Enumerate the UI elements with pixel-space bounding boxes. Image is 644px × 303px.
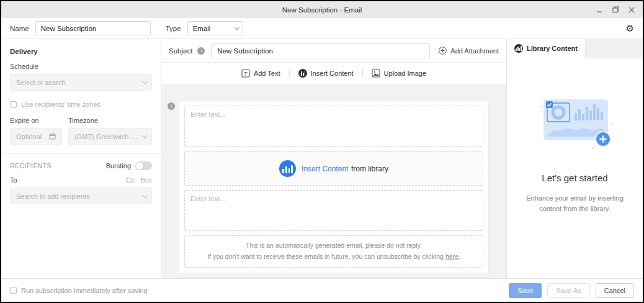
tab-library-content[interactable]: Library Content [507, 39, 586, 58]
subject-info-icon[interactable]: i [197, 47, 205, 55]
image-icon [372, 69, 380, 78]
delivery-heading: Delivery [10, 48, 152, 55]
recipients-select[interactable]: Search to add recipients [10, 188, 152, 204]
library-empty-title: Let's get started [542, 173, 607, 183]
bcc-link[interactable]: Bcc [141, 176, 152, 184]
library-chart-icon [514, 44, 523, 53]
email-body-canvas: i Enter text... Insert Content from libr… [161, 84, 506, 278]
run-immediately-checkbox[interactable] [10, 287, 17, 294]
timezone-label: Timezone [68, 117, 152, 124]
close-icon[interactable] [628, 6, 635, 14]
cc-link[interactable]: Cc [126, 176, 134, 184]
timezone-select[interactable]: (GMT) Greenwich Mean Time,... [68, 128, 152, 145]
insert-content-suffix: from library [351, 165, 388, 173]
expire-on-label: Expire on [10, 117, 62, 124]
window-title: New Subscription - Email [1, 6, 643, 14]
subject-label: Subject [169, 47, 192, 55]
unsubscribe-here-link[interactable]: here [445, 253, 458, 260]
bursting-toggle[interactable] [135, 161, 152, 170]
text-block-top[interactable]: Enter text... [184, 106, 483, 147]
name-label: Name [10, 25, 29, 32]
body-info-icon[interactable]: i [168, 102, 175, 110]
text-icon: T [241, 69, 250, 78]
recipients-placeholder: Search to add recipients [16, 192, 90, 200]
add-attachment-button[interactable]: Add Attachment [439, 47, 499, 55]
window-controls [596, 6, 643, 14]
insert-content-link[interactable]: Insert Content [302, 165, 348, 173]
expire-on-input[interactable]: Optional [10, 128, 62, 145]
chevron-down-icon [142, 79, 147, 84]
insert-content-label: Insert Content [311, 70, 354, 77]
text-block-bottom[interactable]: Enter text... [184, 190, 483, 231]
bursting-label: Bursting [106, 162, 131, 170]
library-tabbar: Library Content [507, 39, 643, 58]
type-select-value: Email [193, 25, 211, 32]
to-label: To [10, 176, 17, 184]
add-text-label: Add Text [254, 70, 280, 77]
recipients-header-row: RECIPIENTS Bursting [10, 161, 152, 170]
name-input[interactable] [35, 21, 151, 35]
chevron-down-icon [142, 133, 147, 138]
footer-line1: This is an automatically generated email… [246, 240, 422, 251]
chevron-down-icon [142, 192, 147, 197]
use-recipients-timezones-row: Use recipients' time zones [10, 101, 152, 108]
subscription-dialog: New Subscription - Email Name Type Email… [0, 0, 644, 303]
recipients-heading: RECIPIENTS [10, 162, 51, 170]
run-immediately-row: Run subscription immediately after savin… [10, 287, 148, 294]
cancel-button[interactable]: Cancel [596, 283, 634, 298]
sidebar-divider [1, 153, 161, 154]
dashboard-illustration [532, 93, 618, 153]
calendar-icon [49, 133, 56, 140]
schedule-placeholder: Select or search [16, 79, 65, 86]
titlebar: New Subscription - Email [1, 1, 643, 18]
plus-circle-icon [439, 47, 447, 55]
add-attachment-label: Add Attachment [450, 47, 499, 55]
library-panel: Library Content [506, 39, 643, 278]
toggle-knob [136, 162, 143, 170]
expire-timezone-row: Expire on Optional Timezone (GMT) Greenw… [10, 117, 152, 145]
email-template-card: Enter text... Insert Content from librar… [179, 100, 489, 273]
timezone-value: (GMT) Greenwich Mean Time,... [74, 133, 140, 140]
minimize-icon[interactable] [596, 6, 603, 14]
editor-toolbar: T Add Text Insert Content Upload Image [161, 63, 506, 84]
header-row: Name Type Email ⚙ [1, 18, 643, 39]
library-empty-state: Let's get started Enhance your email by … [507, 58, 643, 278]
chevron-down-icon [234, 25, 239, 30]
main-area: Delivery Schedule Select or search Use r… [1, 39, 643, 278]
add-text-button[interactable]: T Add Text [233, 69, 289, 78]
type-label: Type [166, 25, 181, 32]
restore-icon[interactable] [612, 6, 619, 14]
upload-image-button[interactable]: Upload Image [363, 69, 436, 78]
footer-bar: Run subscription immediately after savin… [1, 278, 643, 302]
schedule-label: Schedule [10, 63, 152, 70]
svg-text:T: T [244, 71, 248, 77]
to-row: To Cc Bcc [10, 176, 152, 184]
library-chart-icon [279, 160, 296, 177]
footer-line2: If you don't want to receive these email… [207, 251, 460, 263]
schedule-select[interactable]: Select or search [10, 74, 152, 91]
gear-icon[interactable]: ⚙ [626, 24, 634, 33]
insert-content-block[interactable]: Insert Content from library [184, 151, 483, 186]
subject-input[interactable] [211, 43, 430, 58]
email-editor: Subject i Add Attachment T Add Text Inse… [161, 39, 506, 278]
library-tab-label: Library Content [527, 45, 578, 52]
delivery-sidebar: Delivery Schedule Select or search Use r… [1, 39, 161, 278]
type-select[interactable]: Email [187, 21, 243, 35]
use-recipients-timezones-label: Use recipients' time zones [21, 101, 101, 108]
library-chart-icon [298, 69, 307, 78]
insert-content-button[interactable]: Insert Content [290, 69, 362, 78]
save-as-button[interactable]: Save As [547, 283, 589, 298]
subject-row: Subject i Add Attachment [161, 39, 506, 63]
run-immediately-label: Run subscription immediately after savin… [21, 287, 148, 294]
library-empty-description: Enhance your email by inserting content … [507, 193, 643, 214]
use-recipients-timezones-checkbox[interactable] [10, 101, 17, 108]
upload-image-label: Upload Image [384, 70, 427, 77]
expire-on-placeholder: Optional [16, 133, 42, 140]
action-buttons: Save Save As Cancel [509, 283, 634, 298]
unsubscribe-footer-block: This is an automatically generated email… [184, 235, 483, 268]
save-button[interactable]: Save [509, 283, 542, 298]
